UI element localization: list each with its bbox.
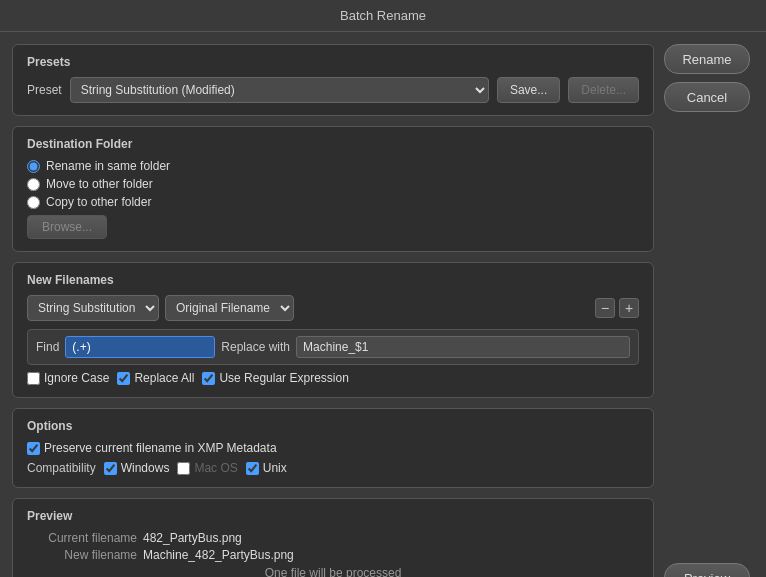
- macos-text: Mac OS: [194, 461, 237, 475]
- browse-button[interactable]: Browse...: [27, 215, 107, 239]
- current-filename-row: Current filename 482_PartyBus.png: [27, 531, 639, 545]
- preserve-xmp-checkbox[interactable]: [27, 442, 40, 455]
- windows-text: Windows: [121, 461, 170, 475]
- replace-all-label[interactable]: Replace All: [117, 371, 194, 385]
- preview-footer: One file will be processed: [27, 566, 639, 577]
- find-replace-options-row: Ignore Case Replace All Use Regular Expr…: [27, 371, 639, 385]
- windows-checkbox[interactable]: [104, 462, 117, 475]
- new-filenames-title: New Filenames: [27, 273, 639, 287]
- radio-copy-folder[interactable]: Copy to other folder: [27, 195, 639, 209]
- unix-checkbox[interactable]: [246, 462, 259, 475]
- preview-section: Preview Current filename 482_PartyBus.pn…: [12, 498, 654, 577]
- find-label: Find: [36, 340, 59, 354]
- destination-folder-section: Destination Folder Rename in same folder…: [12, 126, 654, 252]
- preview-button[interactable]: Preview: [664, 563, 750, 577]
- macos-label[interactable]: Mac OS: [177, 461, 237, 475]
- rename-button[interactable]: Rename: [664, 44, 750, 74]
- replace-label: Replace with: [221, 340, 290, 354]
- preset-select[interactable]: String Substitution (Modified): [70, 77, 489, 103]
- replace-all-text: Replace All: [134, 371, 194, 385]
- left-panel: Presets Preset String Substitution (Modi…: [12, 44, 654, 577]
- use-regex-label[interactable]: Use Regular Expression: [202, 371, 348, 385]
- use-regex-text: Use Regular Expression: [219, 371, 348, 385]
- filename-type-select[interactable]: String Substitution: [27, 295, 159, 321]
- ignore-case-label[interactable]: Ignore Case: [27, 371, 109, 385]
- unix-text: Unix: [263, 461, 287, 475]
- new-filename-value: Machine_482_PartyBus.png: [143, 548, 294, 562]
- compatibility-row: Compatibility Windows Mac OS Unix: [27, 461, 639, 475]
- ignore-case-checkbox[interactable]: [27, 372, 40, 385]
- radio-same-folder[interactable]: Rename in same folder: [27, 159, 639, 173]
- remove-rule-button[interactable]: −: [595, 298, 615, 318]
- current-filename-value: 482_PartyBus.png: [143, 531, 242, 545]
- preview-title: Preview: [27, 509, 639, 523]
- find-replace-row: Find Replace with: [27, 329, 639, 365]
- preserve-xmp-label[interactable]: Preserve current filename in XMP Metadat…: [27, 441, 277, 455]
- presets-section: Presets Preset String Substitution (Modi…: [12, 44, 654, 116]
- destination-radio-group: Rename in same folder Move to other fold…: [27, 159, 639, 209]
- radio-move-folder[interactable]: Move to other folder: [27, 177, 639, 191]
- new-filename-label: New filename: [27, 548, 137, 562]
- radio-same-folder-label: Rename in same folder: [46, 159, 170, 173]
- macos-checkbox[interactable]: [177, 462, 190, 475]
- replace-all-checkbox[interactable]: [117, 372, 130, 385]
- compat-label: Compatibility: [27, 461, 96, 475]
- destination-folder-title: Destination Folder: [27, 137, 639, 151]
- preview-info: Current filename 482_PartyBus.png New fi…: [27, 531, 639, 577]
- use-regex-checkbox[interactable]: [202, 372, 215, 385]
- window-title: Batch Rename: [340, 8, 426, 23]
- unix-label[interactable]: Unix: [246, 461, 287, 475]
- replace-input[interactable]: [296, 336, 630, 358]
- options-title: Options: [27, 419, 639, 433]
- radio-copy-folder-label: Copy to other folder: [46, 195, 151, 209]
- presets-title: Presets: [27, 55, 639, 69]
- windows-label[interactable]: Windows: [104, 461, 170, 475]
- add-rule-button[interactable]: +: [619, 298, 639, 318]
- radio-same-folder-input[interactable]: [27, 160, 40, 173]
- options-section: Options Preserve current filename in XMP…: [12, 408, 654, 488]
- minus-plus-controls: − +: [595, 298, 639, 318]
- preserve-xmp-row: Preserve current filename in XMP Metadat…: [27, 441, 639, 455]
- right-panel: Rename Cancel Preview: [664, 44, 754, 577]
- new-filenames-row: String Substitution Original Filename − …: [27, 295, 639, 321]
- filename-original-select[interactable]: Original Filename: [165, 295, 294, 321]
- find-input[interactable]: [65, 336, 215, 358]
- cancel-button[interactable]: Cancel: [664, 82, 750, 112]
- preset-label: Preset: [27, 83, 62, 97]
- delete-button[interactable]: Delete...: [568, 77, 639, 103]
- save-button[interactable]: Save...: [497, 77, 560, 103]
- ignore-case-text: Ignore Case: [44, 371, 109, 385]
- new-filename-row: New filename Machine_482_PartyBus.png: [27, 548, 639, 562]
- title-bar: Batch Rename: [0, 0, 766, 32]
- current-filename-label: Current filename: [27, 531, 137, 545]
- preserve-xmp-text: Preserve current filename in XMP Metadat…: [44, 441, 277, 455]
- radio-move-folder-input[interactable]: [27, 178, 40, 191]
- radio-copy-folder-input[interactable]: [27, 196, 40, 209]
- radio-move-folder-label: Move to other folder: [46, 177, 153, 191]
- new-filenames-section: New Filenames String Substitution Origin…: [12, 262, 654, 398]
